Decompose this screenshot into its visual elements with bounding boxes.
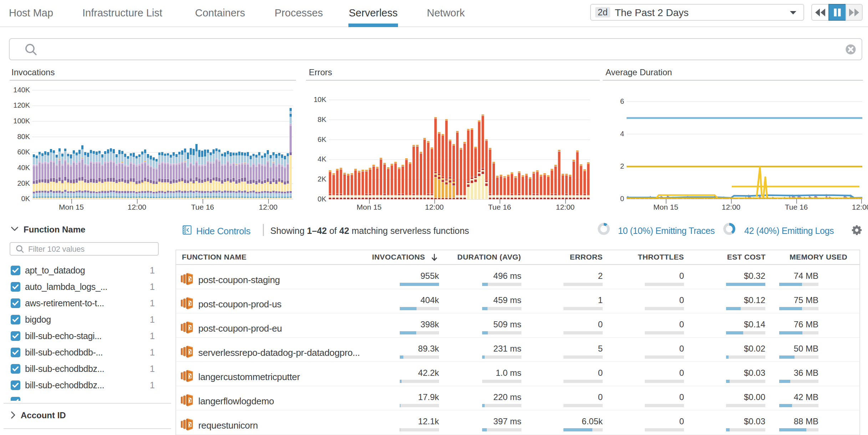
svg-text:Mon 15: Mon 15 bbox=[653, 203, 678, 211]
svg-text:12:00: 12:00 bbox=[722, 203, 741, 211]
svg-text:6: 6 bbox=[620, 97, 624, 105]
svg-text:20K: 20K bbox=[17, 179, 30, 187]
svg-text:12:00: 12:00 bbox=[128, 203, 147, 211]
svg-text:12:00: 12:00 bbox=[425, 203, 444, 211]
svg-text:120K: 120K bbox=[13, 101, 30, 109]
svg-text:Mon 15: Mon 15 bbox=[357, 203, 382, 211]
svg-text:6K: 6K bbox=[318, 135, 327, 143]
svg-text:10K: 10K bbox=[313, 96, 326, 103]
svg-text:12:00: 12:00 bbox=[852, 203, 868, 211]
svg-text:60K: 60K bbox=[17, 148, 30, 156]
svg-text:100K: 100K bbox=[13, 117, 30, 125]
svg-text:8K: 8K bbox=[318, 116, 327, 123]
svg-text:80K: 80K bbox=[17, 133, 30, 140]
svg-text:Tue 16: Tue 16 bbox=[488, 203, 511, 211]
svg-text:2K: 2K bbox=[318, 175, 327, 183]
svg-text:Tue 16: Tue 16 bbox=[191, 203, 214, 211]
svg-text:12:00: 12:00 bbox=[259, 203, 278, 211]
svg-text:Mon 15: Mon 15 bbox=[59, 203, 84, 211]
svg-text:0: 0 bbox=[620, 195, 624, 203]
svg-text:4K: 4K bbox=[318, 155, 327, 163]
svg-text:12:00: 12:00 bbox=[556, 203, 575, 211]
svg-text:40K: 40K bbox=[17, 164, 30, 172]
svg-text:Tue 16: Tue 16 bbox=[785, 203, 808, 211]
svg-text:4: 4 bbox=[620, 130, 624, 138]
svg-text:0K: 0K bbox=[21, 195, 30, 203]
svg-text:2: 2 bbox=[620, 162, 624, 170]
svg-text:140K: 140K bbox=[13, 86, 30, 94]
svg-text:0K: 0K bbox=[318, 195, 327, 203]
